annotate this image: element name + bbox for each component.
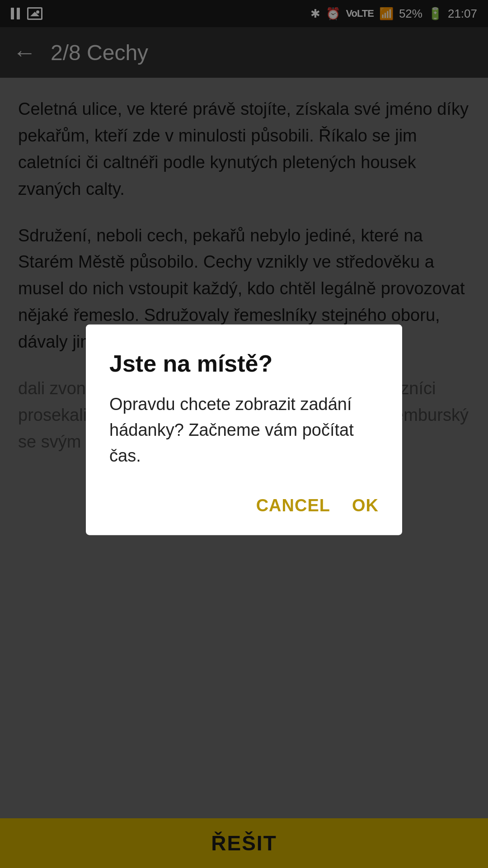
dialog-message: Opravdu chcete zobrazit zadání hádanky? …: [109, 392, 379, 469]
dialog-buttons: CANCEL OK: [109, 492, 379, 519]
dialog-title: Jste na místě?: [109, 350, 379, 377]
cancel-button[interactable]: CANCEL: [256, 492, 330, 519]
ok-button[interactable]: OK: [352, 492, 379, 519]
confirmation-dialog: Jste na místě? Opravdu chcete zobrazit z…: [86, 325, 402, 535]
